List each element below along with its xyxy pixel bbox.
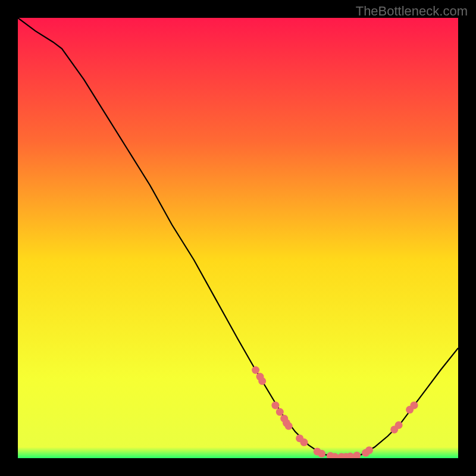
data-dot (271, 402, 279, 409)
watermark-text: TheBottleneck.com (356, 4, 468, 19)
chart-background (18, 18, 458, 458)
chart-plot-area (18, 18, 458, 458)
data-dot (258, 377, 266, 385)
data-dot (395, 421, 403, 429)
data-dot (276, 408, 284, 416)
data-dot (300, 439, 308, 446)
data-dot (285, 422, 293, 430)
data-dot (365, 446, 373, 454)
data-dot (252, 367, 259, 374)
chart-svg (18, 18, 458, 458)
data-dot (411, 402, 418, 409)
data-dot (318, 450, 325, 458)
